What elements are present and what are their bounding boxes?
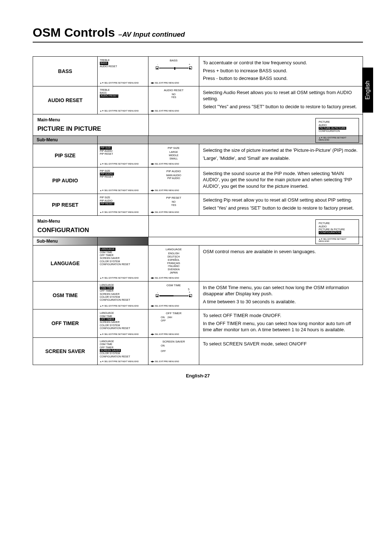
section-pip: Main-Menu PICTURE IN PICTURE PICTURE AUD…	[33, 114, 363, 136]
main-menu-label: Main-Menu	[37, 117, 144, 122]
row-osm-time: OSM TIME LANGUAGE OSM TIME OFF TIMER SCR…	[33, 281, 363, 310]
page-title: OSM Controls –AV Input continued	[33, 25, 363, 42]
title-main: OSM Controls	[33, 25, 118, 39]
slider: ◀ ▶	[151, 66, 197, 69]
row-off-timer: OFF TIMER LANGUAGE OSM TIME OFF TIMER SC…	[33, 309, 363, 338]
row-pip-size: PIP SIZE PIP SIZE PIP AUDIO PIP RESET :S…	[33, 144, 363, 167]
label-audio-reset: AUDIO RESET	[33, 86, 98, 114]
row-bass: BASS TREBLE BASS AUDIO RESET :SEL EXIT:P…	[33, 56, 363, 86]
row-screen-saver: SCREEN SAVER LANGUAGE OSM TIME OFF TIMER…	[33, 338, 363, 365]
osd-menu: TREBLE BASS AUDIO RESET	[100, 59, 146, 68]
row-pip-reset: PIP RESET PIP SIZE PIP AUDIO PIP RESET :…	[33, 194, 363, 216]
section-title-config: CONFIGURATION	[37, 227, 144, 234]
row-language: LANGUAGE LANGUAGE OSM TIME OFF TIMER SCR…	[33, 246, 363, 281]
row-pip-audio: PIP AUDIO PIP SIZE PIP AUDIO PIP RESET :…	[33, 167, 363, 194]
desc-bass: To accentuate or control the low frequen…	[199, 57, 363, 86]
section-title-pip: PICTURE IN PICTURE	[37, 125, 144, 133]
page-footer: English-27	[33, 373, 363, 378]
title-sub: –AV Input continued	[118, 31, 185, 38]
sub-menu-bar: Sub-Menu	[33, 237, 363, 246]
row-audio-reset: AUDIO RESET TREBLE BASS AUDIO RESET :SEL…	[33, 86, 363, 115]
sub-title: BASS	[151, 59, 197, 62]
label-bass: BASS	[33, 57, 98, 86]
osd-footer: :SEL EXIT:PRE SET:NEXT MENU:END	[100, 82, 146, 84]
osd-main-menu: PICTURE AUDIO PICTURE IN PICTURE CONFIGU…	[315, 118, 359, 143]
sub-menu-bar: Sub-Menu	[33, 136, 363, 144]
section-config: Main-Menu CONFIGURATION PICTURE AUDIO PI…	[33, 216, 363, 237]
language-tab: English	[362, 68, 373, 113]
